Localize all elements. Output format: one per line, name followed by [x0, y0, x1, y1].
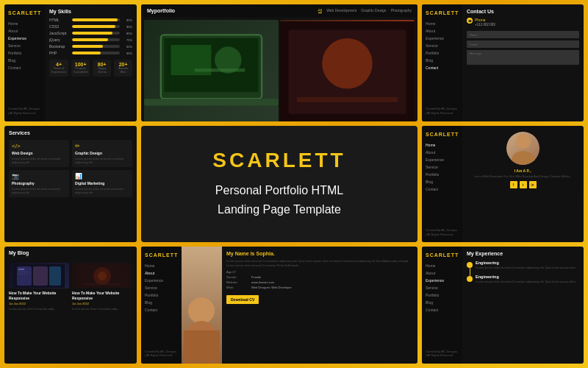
- contact-nav-home: Home: [426, 21, 459, 26]
- skill-bar-fill: [72, 45, 103, 48]
- blog-post-2: How To Make Your Website Responsive 1st …: [72, 263, 132, 311]
- stat-projects: 100+ Projects Completed: [71, 60, 90, 77]
- preview-grid: SCARLETT Home About Experience Service P…: [0, 0, 588, 368]
- about-sidebar: SCARLETT Home About Experience Service P…: [422, 126, 462, 243]
- aboutme-desc: Lorem ipsum dolor sit amet Consectetur a…: [226, 259, 413, 267]
- experience-content: My Experience Engineering Lorem ipsum do…: [462, 247, 584, 364]
- blog-post-1: How To Make Your Website Responsive 1st …: [9, 263, 69, 311]
- service-name: Digital Marketing: [75, 181, 129, 185]
- stat-label: Projects Completed: [74, 67, 87, 74]
- svg-rect-26: [49, 266, 61, 286]
- stat-label: Happy Clients: [95, 67, 109, 74]
- contact-nav-portfolio: Portfolio: [426, 50, 459, 56]
- service-marketing: 📊 Digital Marketing Lorem ipsum dolor si…: [72, 170, 132, 197]
- exp-sidebar-logo: SCARLETT: [426, 252, 459, 258]
- portfolio-tab-graphic[interactable]: Graphic Design: [361, 8, 386, 13]
- exp-nav-service: Service: [426, 285, 459, 291]
- linkedin-icon[interactable]: in: [529, 181, 537, 188]
- aboutme-nav-service: Service: [145, 285, 178, 291]
- stat-experience: 4+ Years of Experience: [49, 60, 68, 77]
- contact-credit: Created By AS_Designs | All Rights Reser…: [426, 107, 459, 115]
- about-nav-service: Service: [426, 164, 459, 170]
- exp-nav-exp: Experience: [426, 277, 459, 283]
- profile-desc: I am a Web Developer For Hire Who Develo…: [474, 174, 572, 178]
- services-grid: </> Web Design Lorem ipsum dolor sit ame…: [9, 140, 132, 198]
- portfolio-card: Myportfolio All Web Development Graphic …: [141, 4, 417, 121]
- detail-label: Age 27: [226, 270, 248, 274]
- blog-header: My Blog: [4, 247, 137, 258]
- contact-card: SCARLETT Home About Experience Service P…: [422, 4, 584, 121]
- aboutme-sidebar: SCARLETT Home About Experience Service P…: [141, 247, 182, 364]
- detail-row-gender: Gender: Female: [226, 275, 413, 279]
- phone-label: Phone: [475, 18, 495, 23]
- download-cv-button[interactable]: Download CV: [226, 295, 259, 304]
- portfolio-tab-web[interactable]: Web Development: [326, 8, 356, 13]
- portfolio-tab-all[interactable]: All: [318, 8, 323, 13]
- aboutme-nav-home: Home: [145, 263, 178, 269]
- center-panel: SCARLETT Personal Portfolio HTML Landing…: [141, 126, 417, 243]
- nav-blog: Blog: [8, 57, 41, 63]
- nav-experience: Experience: [8, 35, 41, 41]
- service-photo: 📷 Photography Lorem ipsum dolor sit amet…: [9, 170, 69, 197]
- svg-point-35: [188, 297, 215, 324]
- detail-label: Work:: [226, 286, 248, 289]
- blog-content: How To Make Your Website Responsive 1st …: [4, 258, 137, 315]
- svg-rect-34: [84, 283, 121, 285]
- blog-card: My Blog: [4, 247, 137, 364]
- exp-item-2: Engineering Lorem ipsum dolor sit amet C…: [467, 275, 579, 283]
- skill-bar-fill: [72, 25, 115, 28]
- detail-label: Gender:: [226, 275, 248, 279]
- profile-name: I Am A P...: [514, 169, 532, 173]
- blog-date-2: 1st Jan 2022: [72, 302, 132, 305]
- about-content: I Am A P... I am a Web Developer For Hir…: [462, 126, 584, 243]
- stats-row: 4+ Years of Experience 100+ Projects Com…: [49, 60, 132, 77]
- skills-title: My Skills: [49, 9, 132, 14]
- facebook-icon[interactable]: f: [510, 181, 517, 188]
- skills-card: SCARLETT Home About Experience Service P…: [4, 4, 137, 121]
- subtitle-line2: Landing Page Template: [218, 200, 341, 219]
- phone-icon: ☎: [467, 18, 473, 24]
- blog-post-title-2: How To Make Your Website Responsive: [72, 291, 132, 300]
- contact-title: Contact Us: [467, 9, 579, 14]
- aboutme-heading: My Name Is Sophia.: [226, 251, 413, 256]
- aboutme-info: My Name Is Sophia. Lorem ipsum dolor sit…: [222, 247, 417, 364]
- twitter-icon[interactable]: t: [520, 181, 527, 188]
- contact-sidebar: SCARLETT Home About Experience Service P…: [422, 4, 462, 121]
- svg-point-22: [512, 151, 535, 165]
- nav-about: About: [8, 28, 41, 34]
- detail-label: Website:: [226, 280, 248, 284]
- exp-desc-1: Lorem ipsum dolor sit amet Consectur adi…: [476, 266, 576, 269]
- service-name: Photography: [12, 181, 66, 185]
- email-field-label: Email: [470, 43, 477, 46]
- nav-portfolio: Portfolio: [8, 50, 41, 56]
- profile-avatar: [506, 132, 539, 165]
- portfolio-tabs: All Web Development Graphic Design Photo…: [318, 8, 412, 13]
- stat-awards: 20+ Awards Won: [114, 60, 132, 77]
- skill-label: JavaScript: [49, 31, 70, 35]
- aboutme-photo: [182, 247, 222, 364]
- sidebar-logo: SCARLETT: [8, 10, 41, 15]
- stat-clients: 80+ Happy Clients: [93, 60, 111, 77]
- name-field[interactable]: Name: [467, 31, 579, 38]
- aboutme-nav-portfolio: Portfolio: [145, 292, 178, 298]
- contact-sidebar-logo: SCARLETT: [426, 10, 459, 15]
- service-name: Web Design: [12, 151, 66, 155]
- skill-row-css3: CSS3 90%: [49, 24, 132, 29]
- contact-nav-contact: Contact: [426, 65, 459, 71]
- skill-bars: HTML 95% CSS3 90%: [49, 18, 132, 55]
- contact-right: Contact Us ☎ Phone +111 002 003 Name: [462, 4, 584, 121]
- webdesign-icon: </>: [12, 143, 66, 149]
- phone-number: +111 002 003: [475, 23, 495, 27]
- contact-form: Name Email Message: [467, 31, 579, 65]
- subtitle-line1: Personal Portfolio HTML: [215, 181, 343, 200]
- portfolio-tab-photo[interactable]: Photography: [391, 8, 412, 13]
- exp-nav-contact: Contact: [426, 307, 459, 313]
- skill-pct: 95%: [122, 18, 132, 22]
- message-field[interactable]: Message: [467, 50, 579, 65]
- nav-contact: Contact: [8, 65, 41, 71]
- stat-label: Awards Won: [116, 67, 130, 74]
- email-field[interactable]: Email: [467, 40, 579, 48]
- skills-content: My Skills HTML 95% CSS3: [45, 4, 137, 121]
- detail-val: Web Designer, Web Developer: [251, 286, 292, 289]
- svg-rect-2: [144, 99, 279, 105]
